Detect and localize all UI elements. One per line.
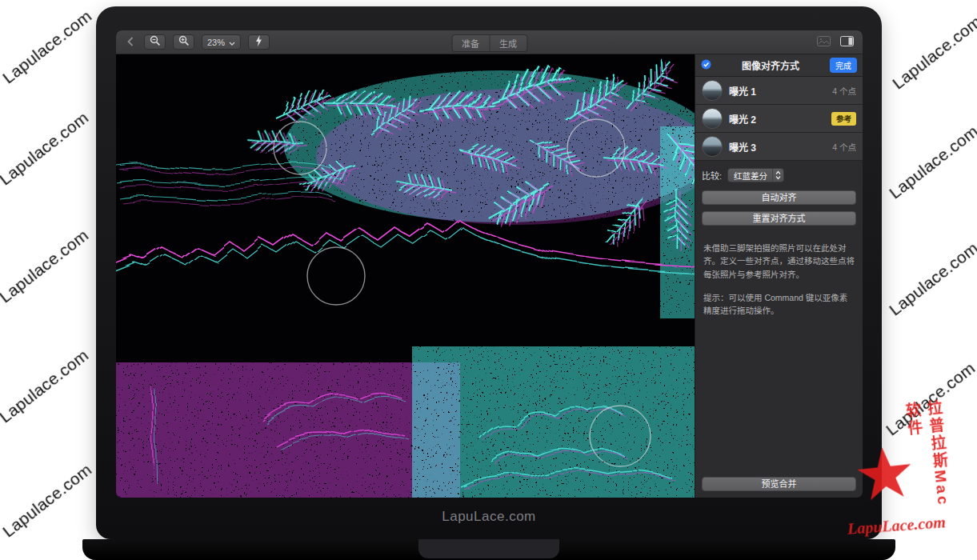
check-circle-icon — [701, 58, 711, 73]
zoom-level-dropdown[interactable]: 23% — [202, 34, 241, 50]
watermark-text: Lapulace.com — [0, 346, 92, 427]
panel-description: 未借助三脚架拍摄的照片可以在此处对齐。定义一些对齐点，通过移动这些点将每张照片与… — [703, 242, 855, 281]
laptop-hinge-label: LapuLace.com — [96, 509, 882, 525]
watermark-text: Lapulace.com — [889, 12, 977, 94]
compare-mode-dropdown[interactable]: 红蓝差分 — [727, 168, 784, 182]
mode-segmented-control: 准备 生成 — [451, 34, 527, 52]
watermark-text: Lapulace.com — [886, 122, 977, 203]
photo-frame-icon — [817, 35, 831, 50]
watermark-text: Lapulace.com — [0, 108, 92, 190]
magnifier-minus-icon — [150, 35, 161, 50]
edge-difference-image — [116, 54, 695, 498]
back-button[interactable] — [124, 34, 137, 50]
tab-prepare[interactable]: 准备 — [452, 35, 489, 51]
alignment-panel: 图像对齐方式 完成 曝光 1 4 个点 曝光 2 参考 曝光 3 4 个点 比较… — [695, 54, 863, 498]
flash-button[interactable] — [248, 34, 270, 50]
exposure-points: 4 个点 — [832, 85, 856, 97]
magnifier-plus-icon — [178, 35, 190, 50]
exposure-thumbnail — [702, 108, 723, 129]
panel-header: 图像对齐方式 完成 — [695, 54, 863, 77]
exposure-thumbnail — [702, 136, 723, 157]
popup-arrows-icon — [772, 169, 783, 182]
chevron-down-icon — [229, 38, 235, 47]
sidebar-toggle-button[interactable] — [839, 34, 855, 50]
watermark-text: Lapulace.com — [883, 358, 977, 440]
lightning-bolt-icon — [255, 35, 262, 50]
reset-align-button[interactable]: 重置对齐方式 — [702, 211, 856, 226]
zoom-in-button[interactable] — [173, 34, 194, 50]
exposure-label: 曝光 2 — [729, 112, 825, 126]
auto-align-button[interactable]: 自动对齐 — [702, 190, 856, 205]
page: LapuLace.com 23% — [0, 0, 977, 560]
toolbar-right-group — [815, 34, 855, 50]
exposure-row-3[interactable]: 曝光 3 4 个点 — [695, 133, 863, 161]
panel-tip: 提示：可以使用 Command 键以亚像素精度进行拖动操作。 — [703, 291, 855, 318]
exposure-label: 曝光 3 — [729, 140, 826, 154]
exposure-row-1[interactable]: 曝光 1 4 个点 — [695, 77, 863, 105]
compare-label: 比较: — [702, 169, 722, 182]
reference-badge: 参考 — [831, 112, 856, 126]
app-window: 23% 准备 生成 — [116, 30, 863, 498]
zoom-level-value: 23% — [207, 38, 225, 47]
tab-generate[interactable]: 生成 — [489, 35, 527, 51]
exposure-row-2[interactable]: 曝光 2 参考 — [695, 105, 863, 133]
watermark-text: Lapulace.com — [886, 238, 977, 320]
done-button[interactable]: 完成 — [830, 58, 857, 73]
watermark-text: Lapulace.com — [0, 6, 95, 88]
app-toolbar: 23% 准备 生成 — [116, 30, 863, 54]
chevron-left-icon — [127, 35, 134, 50]
laptop-hinge-notch — [418, 539, 559, 558]
photo-view-button[interactable] — [815, 34, 831, 50]
panel-title: 图像对齐方式 — [716, 58, 825, 72]
preview-merge-button[interactable]: 预览合并 — [702, 477, 856, 491]
compare-row: 比较: 红蓝差分 — [695, 161, 863, 186]
stamp-vertical-text: 拉普拉斯Mac软件 — [900, 399, 955, 519]
alignment-canvas[interactable] — [116, 54, 695, 498]
compare-mode-value: 红蓝差分 — [734, 170, 767, 182]
watermark-text: Lapulace.com — [0, 226, 92, 307]
watermark-text: Lapulace.com — [0, 460, 95, 542]
zoom-out-button[interactable] — [144, 34, 166, 50]
exposure-thumbnail — [702, 80, 723, 101]
exposure-label: 曝光 1 — [729, 84, 826, 98]
exposure-points: 4 个点 — [832, 141, 856, 153]
sidebar-toggle-icon — [840, 35, 854, 50]
